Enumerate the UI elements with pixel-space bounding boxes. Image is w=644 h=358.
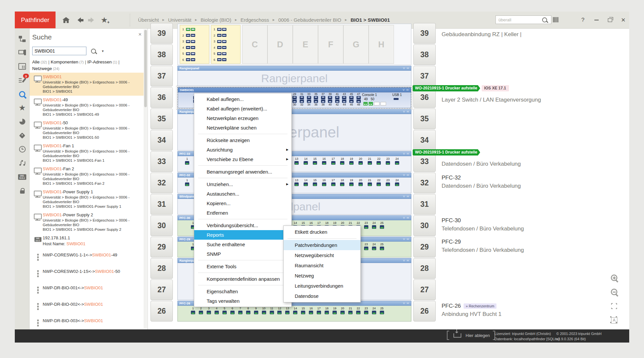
rj45-port-icon[interactable]: [386, 182, 390, 186]
rj45-port-icon[interactable]: [321, 100, 325, 103]
rj45-port-icon[interactable]: [364, 247, 368, 250]
rj45-port-icon[interactable]: [254, 311, 258, 314]
fiber-connector-icon[interactable]: [222, 58, 226, 61]
search-result[interactable]: 192.0.0.1192.178.161.1Host Name: SWBIO01: [30, 234, 144, 249]
menu-item-ausrichtung[interactable]: Ausrichtung▶: [194, 145, 291, 155]
sidebar-pie-button[interactable]: [15, 115, 30, 129]
menu-item-suche-enthaltene[interactable]: Suche enthaltene▶: [194, 240, 291, 249]
rj45-port-icon[interactable]: [331, 182, 335, 186]
menu-item-tags-verwalten[interactable]: Tags verwalten: [194, 296, 291, 306]
sfp-port-icon[interactable]: [363, 102, 368, 106]
menu-item-verschiebe-zu-ebene[interactable]: Verschiebe zu Ebene▶: [194, 155, 291, 164]
menu-item-entfernen[interactable]: Entfernen: [194, 208, 291, 218]
sidebar-star-button[interactable]: [15, 101, 30, 115]
menu-item-netzweg[interactable]: Netzweg: [284, 271, 360, 281]
status-badge[interactable]: » Rechenzentrum: [464, 303, 497, 309]
fiber-connector-icon[interactable]: [217, 40, 221, 43]
fiber-connector-icon[interactable]: [191, 28, 195, 31]
menu-item-austauschen[interactable]: Austauschen...: [194, 189, 291, 199]
rj45-port-icon[interactable]: [304, 182, 308, 186]
rj45-port-icon[interactable]: [314, 96, 318, 99]
zoom-out-button[interactable]: [610, 288, 618, 296]
menu-item-verbindungs-bersicht[interactable]: Verbindungsübersicht...: [194, 221, 291, 230]
rj45-port-icon[interactable]: [364, 225, 368, 229]
rj45-port-icon[interactable]: [307, 96, 311, 99]
rj45-port-icon[interactable]: [277, 311, 282, 314]
menu-item-netzwerkplan-erzeugen[interactable]: Netzwerkplan erzeugen: [194, 113, 291, 123]
fiber-connector-icon[interactable]: [217, 58, 221, 61]
rj45-port-icon[interactable]: [292, 100, 297, 103]
rj45-port-icon[interactable]: [307, 100, 311, 103]
usb-port-icon[interactable]: [394, 98, 399, 100]
breadcrumb-item[interactable]: Universität: [168, 17, 192, 23]
rj45-port-icon[interactable]: [199, 311, 203, 314]
rj45-port-icon[interactable]: [191, 311, 195, 314]
rangierpanel-1[interactable]: RangierpanelV H Rangierpanel: [177, 66, 411, 86]
zoom-in-button[interactable]: [610, 274, 618, 282]
rj45-port-icon[interactable]: [313, 161, 317, 165]
breadcrumb-item[interactable]: Übersicht: [138, 17, 159, 23]
fiber-connector-icon[interactable]: [186, 28, 190, 31]
rj45-port-icon[interactable]: [377, 161, 381, 165]
menu-item-leitungsverbindungen[interactable]: Leitungsverbindungen: [284, 281, 360, 291]
rj45-port-icon[interactable]: [246, 311, 250, 314]
rj45-port-icon[interactable]: [356, 96, 361, 99]
sidebar-clock-button[interactable]: [15, 142, 30, 156]
rj45-port-icon[interactable]: [321, 96, 325, 99]
rj45-port-icon[interactable]: [270, 311, 274, 314]
fiber-connector-icon[interactable]: [186, 58, 190, 61]
search-result[interactable]: SWBIO01-Fan 2Universität > Biologie (BIO…: [30, 165, 144, 188]
rj45-port-icon[interactable]: [349, 161, 354, 165]
sidebar-tag-button[interactable]: [15, 129, 30, 142]
sidebar-floorplan-button[interactable]: [15, 60, 30, 73]
barcode-scan-icon[interactable]: [553, 17, 559, 22]
rj45-port-icon[interactable]: [380, 247, 384, 250]
menu-item-netzweg-bersicht[interactable]: Netzwegübersicht: [284, 250, 360, 260]
sidebar-ip-address-button[interactable]: 192.0.0.1: [15, 170, 30, 184]
rj45-port-icon[interactable]: [368, 182, 372, 186]
fiber-connector-icon[interactable]: [191, 40, 195, 43]
menu-item-benamungsregel-anwenden[interactable]: Benamungsregel anwenden...: [194, 167, 291, 177]
label-select-button[interactable]: A: [610, 316, 618, 324]
fiber-connector-icon[interactable]: [186, 40, 190, 43]
search-result[interactable]: SWBIO01-Power Supply 1Universität > Biol…: [30, 188, 144, 211]
rj45-port-icon[interactable]: [314, 100, 318, 103]
menu-item-r-ckseite-anzeigen[interactable]: Rückseite anzeigen: [194, 135, 291, 145]
drop-zone[interactable]: Hier ablegen: [447, 331, 495, 340]
fiber-connector-icon[interactable]: [222, 52, 226, 55]
rj45-port-icon[interactable]: [294, 182, 299, 186]
search-result[interactable]: NWP-DR-BIO-001<->SWBIO01: [30, 281, 144, 298]
search-scrollbar[interactable]: [144, 29, 147, 329]
sidebar-nodes-button[interactable]: [15, 156, 30, 170]
scrollbar-thumb[interactable]: [144, 30, 147, 107]
fiber-connector-icon[interactable]: [222, 46, 226, 49]
menu-item-etikett-drucken[interactable]: Etikett drucken: [284, 227, 360, 237]
rj45-port-icon[interactable]: [349, 182, 354, 186]
fiber-connector-icon[interactable]: [191, 46, 195, 49]
filter-komponenten[interactable]: Komponenten: [51, 60, 78, 64]
fit-view-button[interactable]: [610, 302, 618, 310]
rj45-port-icon[interactable]: [349, 96, 354, 99]
menu-item-datendose[interactable]: Datendose: [284, 291, 360, 301]
rj45-port-icon[interactable]: [207, 311, 211, 314]
rj45-port-icon[interactable]: [230, 311, 235, 314]
search-result[interactable]: SWBIO01-Power Supply 2Universität > Biol…: [30, 211, 144, 234]
rj45-port-icon[interactable]: [331, 161, 335, 165]
rj45-port-icon[interactable]: [185, 182, 189, 186]
search-result[interactable]: SWBIO01Universität > Biologie (BIO) > Er…: [30, 73, 144, 96]
rack-slot-h[interactable]: H: [369, 25, 394, 64]
rj45-port-icon[interactable]: [322, 161, 326, 165]
fiber-connector-icon[interactable]: [217, 28, 221, 31]
menu-item-reports[interactable]: Reports▶: [194, 230, 291, 240]
menu-item-snmp[interactable]: SNMP▶: [194, 249, 291, 259]
rj45-port-icon[interactable]: [372, 247, 376, 250]
rj45-port-icon[interactable]: [356, 100, 361, 103]
rj45-port-icon[interactable]: [368, 161, 372, 165]
rj45-port-icon[interactable]: [325, 311, 329, 314]
sidebar-tools-button[interactable]: 3: [15, 73, 30, 87]
rj45-port-icon[interactable]: [262, 311, 266, 314]
back-button[interactable]: [73, 14, 85, 26]
rj45-port-icon[interactable]: [317, 311, 321, 314]
rj45-port-icon[interactable]: [356, 311, 360, 314]
sfp-port-icon[interactable]: [369, 102, 373, 106]
